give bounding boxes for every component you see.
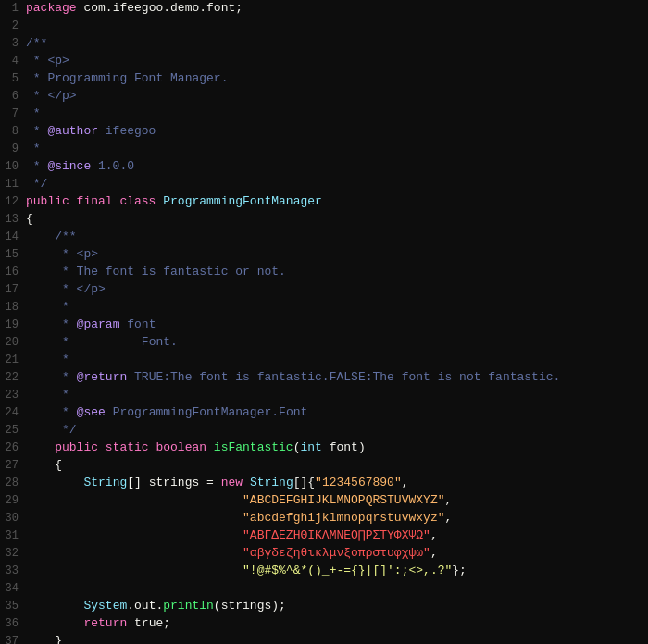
line-content: * </p> xyxy=(26,88,648,105)
code-line: 20 * Font. xyxy=(0,334,648,352)
token-kw-blue: String xyxy=(83,476,127,489)
line-content: return true; xyxy=(26,615,648,633)
line-number: 3 xyxy=(0,36,26,52)
code-line: 35 System.out.println(strings); xyxy=(0,598,648,615)
line-number: 25 xyxy=(0,423,26,439)
line-content: "!@#$%^&*()_+-={}|[]':;<>,.?"}; xyxy=(26,563,648,580)
token-plain xyxy=(26,564,243,577)
line-number: 5 xyxy=(0,71,26,87)
token-comment: * Font. xyxy=(62,335,178,349)
token-comment: TRUE:The font is fantastic.FALSE:The fon… xyxy=(127,370,560,384)
token-plain: , xyxy=(402,476,409,489)
code-line: 24 * @see ProgrammingFontManager.Font xyxy=(0,404,648,422)
line-number: 22 xyxy=(0,370,26,386)
token-comment: * xyxy=(62,317,77,331)
token-str-orange: "ABCDEFGHIJKLMNOPQRSTUVWXYZ" xyxy=(243,493,444,507)
token-plain: { xyxy=(26,212,33,226)
line-content: * </p> xyxy=(26,281,648,299)
line-number: 31 xyxy=(0,528,26,544)
token-comment: * xyxy=(62,388,69,402)
line-content: System.out.println(strings); xyxy=(26,598,648,615)
token-comment: * xyxy=(26,159,47,173)
code-line: 15 * <p> xyxy=(0,246,648,264)
line-number: 36 xyxy=(0,616,26,632)
code-line: 16 * The font is fantastic or not. xyxy=(0,264,648,281)
token-comment: /** xyxy=(26,36,47,50)
token-plain: } xyxy=(26,634,62,644)
token-class-name: System xyxy=(83,599,127,613)
code-line: 22 * @return TRUE:The font is fantastic.… xyxy=(0,369,648,387)
code-line: 10 * @since 1.0.0 xyxy=(0,158,648,176)
code-line: 32 "αβγδεζηθικλμνξοπρστυφχψω", xyxy=(0,545,648,563)
token-annotation: @return xyxy=(77,370,128,384)
code-line: 30 "abcdefghijklmnopqrstuvwxyz", xyxy=(0,510,648,527)
line-number: 26 xyxy=(0,440,26,456)
token-comment: * The font is fantastic or not. xyxy=(62,265,286,279)
token-kw-pink: new xyxy=(221,476,250,489)
line-number: 29 xyxy=(0,493,26,509)
token-plain: ( xyxy=(293,440,301,454)
token-str-orange: "1234567890" xyxy=(315,476,402,489)
line-number: 21 xyxy=(0,353,26,368)
token-plain: com.ifeegoo.demo.font; xyxy=(83,1,243,15)
line-content: */ xyxy=(26,422,648,440)
token-plain xyxy=(26,300,62,314)
line-content: * @param font xyxy=(26,316,648,334)
token-plain xyxy=(26,528,243,542)
code-line: 18 * xyxy=(0,299,648,316)
line-content: { xyxy=(26,211,648,229)
token-str-red: "ΑΒΓΔΕΖΗΘΙΚΛΜΝΕΟ∏ΡΣΤΥΦΧΨΩ" xyxy=(243,528,430,542)
line-content: } xyxy=(26,633,648,644)
code-line: 34 xyxy=(0,580,648,598)
code-editor: 1package com.ifeegoo.demo.font;2 3/**4 *… xyxy=(0,0,648,644)
line-content: * <p> xyxy=(26,246,648,264)
line-number: 9 xyxy=(0,142,26,157)
code-line: 37 } xyxy=(0,633,648,644)
code-line: 8 * @author ifeegoo xyxy=(0,123,648,141)
token-plain xyxy=(26,370,62,384)
token-comment: * </p> xyxy=(62,282,106,296)
line-content: "ΑΒΓΔΕΖΗΘΙΚΛΜΝΕΟ∏ΡΣΤΥΦΧΨΩ", xyxy=(26,527,648,545)
line-content: * Programming Font Manager. xyxy=(26,70,648,88)
code-line: 4 * <p> xyxy=(0,53,648,70)
line-content: public static boolean isFantastic(int fo… xyxy=(26,440,648,457)
line-number: 32 xyxy=(0,546,26,562)
code-line: 2 xyxy=(0,18,648,35)
token-plain xyxy=(26,423,62,437)
line-number: 28 xyxy=(0,476,26,491)
line-content: * xyxy=(26,387,648,404)
token-str-red: "αβγδεζηθικλμνξοπρστυφχψω" xyxy=(243,546,430,560)
token-annotation: @author xyxy=(47,124,98,138)
line-content: "abcdefghijklmnopqrstuvwxyz", xyxy=(26,510,648,527)
line-content: * xyxy=(26,141,648,158)
token-plain xyxy=(26,247,62,261)
line-content: * @author ifeegoo xyxy=(26,123,648,141)
line-number: 2 xyxy=(0,19,26,34)
token-plain: { xyxy=(26,458,62,472)
token-plain xyxy=(26,476,83,489)
line-content: * The font is fantastic or not. xyxy=(26,264,648,281)
token-kw-blue: int xyxy=(301,440,322,454)
token-kw-green: isFantastic xyxy=(214,440,293,454)
token-plain: [] strings = xyxy=(127,476,220,489)
token-plain xyxy=(26,493,243,507)
code-line: 29 "ABCDEFGHIJKLMNOPQRSTUVWXYZ", xyxy=(0,492,648,510)
token-comment: * Programming Font Manager. xyxy=(26,71,228,85)
line-content: /** xyxy=(26,229,648,246)
code-line: 19 * @param font xyxy=(0,316,648,334)
line-content xyxy=(26,580,648,598)
code-line: 23 * xyxy=(0,387,648,404)
line-content xyxy=(26,18,648,35)
code-line: 9 * xyxy=(0,141,648,158)
code-line: 3/** xyxy=(0,35,648,53)
line-content: */ xyxy=(26,176,648,193)
token-str-orange: "abcdefghijklmnopqrstuvwxyz" xyxy=(243,511,444,525)
token-plain xyxy=(26,317,62,331)
token-comment: * </p> xyxy=(26,89,77,103)
line-number: 20 xyxy=(0,335,26,351)
code-line: 6 * </p> xyxy=(0,88,648,105)
token-class-name: ProgrammingFontManager xyxy=(163,194,322,208)
token-plain xyxy=(26,599,83,613)
token-comment: * xyxy=(26,142,41,155)
code-line: 7 * xyxy=(0,105,648,123)
